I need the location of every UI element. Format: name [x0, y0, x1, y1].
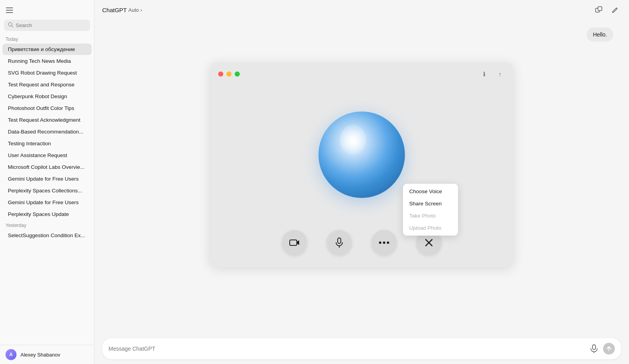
window-minimize-button[interactable] [226, 71, 232, 77]
sidebar: Today Приветствие и обсуждениеRunning Te… [0, 0, 94, 364]
sidebar-today-items: Приветствие и обсуждениеRunning Tech New… [0, 44, 94, 220]
sidebar-item-selectsugg[interactable]: SelectSuggestion Condition Ex... [2, 230, 92, 241]
svg-line-4 [12, 26, 13, 27]
svg-rect-8 [338, 238, 341, 243]
input-mic-button[interactable] [588, 343, 600, 355]
voice-modal-header: ℹ ↑ [210, 69, 513, 79]
sidebar-item-perplexity2[interactable]: Perplexity Spaces Update [2, 209, 92, 220]
window-controls [218, 71, 240, 77]
sidebar-item-ms-copilot[interactable]: Microsoft Copilot Labs Overvie... [2, 161, 92, 173]
sidebar-toggle-button[interactable] [4, 5, 15, 16]
search-bar[interactable] [4, 20, 90, 31]
svg-rect-7 [290, 240, 297, 245]
section-today-label: Today [0, 34, 94, 44]
input-icons [588, 343, 615, 355]
svg-rect-6 [598, 7, 602, 11]
sidebar-footer[interactable]: A Alexey Shabanov [0, 345, 94, 364]
sidebar-item-photoshoot[interactable]: Photoshoot Outfit Color Tips [2, 102, 92, 114]
avatar: A [6, 349, 17, 360]
edit-button[interactable] [609, 4, 621, 16]
send-button[interactable] [603, 343, 615, 355]
context-menu-item-share-screen[interactable]: Share Screen [403, 198, 458, 210]
sidebar-yesterday-items: SelectSuggestion Condition Ex... [0, 230, 94, 241]
sidebar-item-svg-robot[interactable]: SVG Robot Drawing Request [2, 67, 92, 79]
orb-container [318, 79, 405, 230]
main-content: ChatGPT Auto › Hello. [94, 0, 629, 364]
microphone-button[interactable] [327, 230, 352, 255]
context-menu-item-upload-photo: Upload Photo [403, 222, 458, 234]
sidebar-item-perplexity1[interactable]: Perplexity Spaces Collections... [2, 185, 92, 196]
header: ChatGPT Auto › [94, 0, 629, 20]
modal-header-icons: ℹ ↑ [479, 69, 505, 79]
svg-rect-2 [6, 12, 13, 13]
header-title: ChatGPT Auto › [102, 7, 142, 13]
sidebar-item-gemini1[interactable]: Gemini Update for Free Users [2, 173, 92, 185]
modal-info-button[interactable]: ℹ [479, 69, 489, 79]
header-actions [593, 4, 621, 16]
message-input[interactable] [109, 346, 588, 352]
input-box [102, 338, 621, 359]
context-menu-item-choose-voice[interactable]: Choose Voice [403, 185, 458, 198]
window-maximize-button[interactable] [235, 71, 240, 77]
svg-rect-15 [592, 345, 596, 349]
search-icon [8, 22, 13, 29]
app-title: ChatGPT [102, 7, 127, 13]
context-menu: Choose VoiceShare ScreenTake PhotoUpload… [403, 184, 458, 236]
context-menu-items: Choose VoiceShare ScreenTake PhotoUpload… [403, 185, 458, 234]
sidebar-item-gemini2[interactable]: Gemini Update for Free Users [2, 197, 92, 208]
model-badge[interactable]: Auto › [129, 7, 142, 13]
voice-modal-overlay: ℹ ↑ [94, 20, 629, 310]
share-button[interactable] [593, 4, 605, 16]
svg-rect-1 [6, 10, 13, 11]
sidebar-item-privet[interactable]: Приветствие и обсуждение [2, 44, 92, 55]
input-area [94, 333, 629, 364]
svg-rect-0 [6, 7, 13, 8]
sidebar-item-running-tech[interactable]: Running Tech News Media [2, 55, 92, 67]
sidebar-item-data-based[interactable]: Data-Based Recommendation... [2, 126, 92, 137]
sidebar-top [0, 0, 94, 18]
window-close-button[interactable] [218, 71, 223, 77]
camera-button[interactable] [282, 230, 307, 255]
voice-orb [318, 112, 405, 198]
sidebar-item-test-ack[interactable]: Test Request Acknowledgment [2, 114, 92, 126]
user-name: Alexey Shabanov [20, 352, 60, 358]
search-input[interactable] [16, 22, 86, 28]
svg-point-11 [383, 241, 385, 244]
svg-point-12 [387, 241, 389, 244]
context-menu-item-take-photo: Take Photo [403, 210, 458, 222]
sidebar-item-test-req-resp[interactable]: Test Request and Response [2, 79, 92, 90]
modal-share-button[interactable]: ↑ [495, 69, 505, 79]
svg-point-10 [379, 241, 381, 244]
more-options-button[interactable] [372, 230, 397, 255]
chat-area: Hello. ℹ ↑ [94, 20, 629, 333]
section-yesterday-label: Yesterday [0, 220, 94, 230]
sidebar-list: Today Приветствие и обсуждениеRunning Te… [0, 34, 94, 345]
sidebar-item-testing[interactable]: Testing Interaction [2, 138, 92, 149]
sidebar-item-user-assist[interactable]: User Assistance Request [2, 150, 92, 161]
sidebar-item-cyberpunk[interactable]: Cyberpunk Robot Design [2, 91, 92, 102]
voice-modal: ℹ ↑ [210, 63, 513, 267]
